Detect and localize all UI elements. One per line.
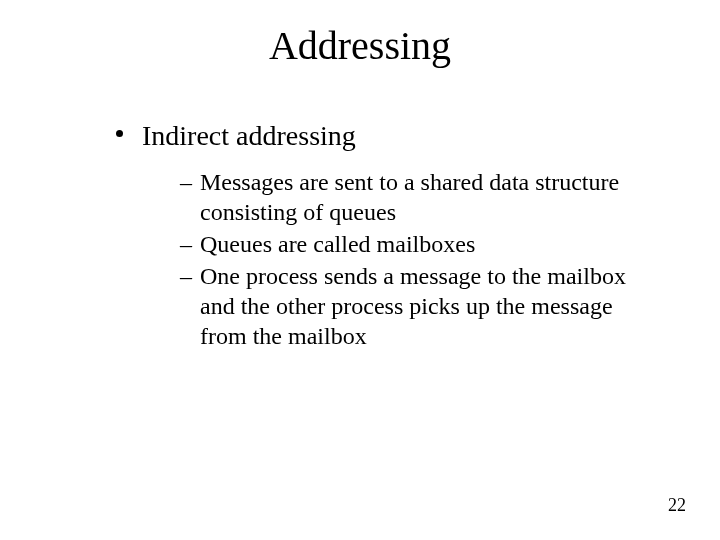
level2-text: Messages are sent to a shared data struc… [200,169,619,225]
level1-text: Indirect addressing [142,120,356,151]
bullet-level2: – One process sends a message to the mai… [180,261,660,351]
dash-bullet-icon: – [180,261,192,291]
page-number: 22 [668,495,686,516]
dash-bullet-icon: – [180,167,192,197]
dash-bullet-icon: – [180,229,192,259]
level2-text: Queues are called mailboxes [200,231,475,257]
level2-text: One process sends a message to the mailb… [200,263,626,349]
bullet-level1: Indirect addressing [108,118,660,153]
slide: Addressing Indirect addressing – Message… [0,0,720,540]
bullet-level2: – Messages are sent to a shared data str… [180,167,660,227]
level2-list: – Messages are sent to a shared data str… [108,167,660,351]
slide-title: Addressing [0,22,720,69]
bullet-level2: – Queues are called mailboxes [180,229,660,259]
slide-body: Indirect addressing – Messages are sent … [108,118,660,353]
disc-bullet-icon [116,130,123,137]
